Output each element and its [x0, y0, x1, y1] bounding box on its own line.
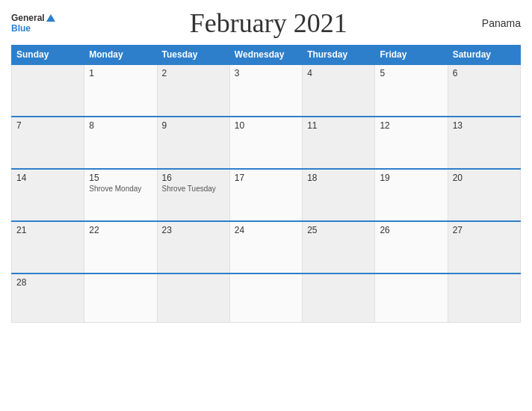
day-number: 13	[453, 120, 516, 131]
logo-general-text: General	[11, 13, 45, 23]
day-cell: 3	[229, 64, 302, 117]
day-cell: 10	[229, 117, 302, 169]
day-cell: 26	[375, 221, 448, 274]
day-number: 20	[453, 173, 516, 183]
day-number: 16	[162, 173, 225, 183]
day-cell: 24	[229, 221, 302, 274]
calendar-table: Sunday Monday Tuesday Wednesday Thursday…	[11, 45, 521, 323]
day-cell: 28	[12, 274, 84, 322]
day-cell: 14	[12, 169, 84, 221]
day-cell: 25	[303, 221, 375, 274]
header-wednesday: Wednesday	[229, 46, 302, 65]
day-cell	[375, 274, 448, 322]
day-number: 5	[380, 68, 442, 78]
day-cell: 13	[448, 117, 520, 169]
day-cell: 4	[303, 64, 375, 117]
day-cell	[12, 64, 84, 117]
day-cell: 18	[303, 169, 375, 221]
day-number: 17	[235, 173, 297, 183]
day-number: 27	[453, 225, 516, 235]
week-row-1: 123456	[12, 64, 521, 117]
week-row-2: 78910111213	[12, 117, 521, 169]
day-cell: 9	[157, 117, 229, 169]
day-number: 12	[380, 120, 442, 131]
day-cell: 5	[375, 64, 448, 117]
header-saturday: Saturday	[448, 46, 520, 65]
country-label: Panama	[482, 17, 521, 29]
day-number: 26	[380, 225, 442, 235]
day-number: 22	[89, 225, 152, 235]
header-friday: Friday	[375, 46, 448, 65]
day-number: 7	[16, 120, 79, 131]
day-number: 14	[16, 173, 79, 183]
day-cell: 6	[448, 64, 520, 117]
event-label: Shrove Monday	[89, 185, 152, 193]
day-number: 4	[307, 68, 370, 78]
day-number: 19	[380, 173, 442, 183]
day-cell	[84, 274, 157, 322]
day-cell: 11	[303, 117, 375, 169]
logo-blue-text: Blue	[11, 23, 55, 34]
calendar-title: February 2021	[190, 7, 347, 39]
day-number: 10	[235, 120, 297, 131]
day-cell: 16Shrove Tuesday	[157, 169, 229, 221]
day-cell	[303, 274, 375, 322]
day-cell: 19	[375, 169, 448, 221]
day-number: 28	[16, 277, 79, 288]
day-number: 3	[235, 68, 297, 78]
day-number: 24	[235, 225, 297, 235]
calendar-container: General Blue February 2021 Panama Sunday…	[0, 0, 532, 411]
day-cell: 17	[229, 169, 302, 221]
day-cell	[229, 274, 302, 322]
day-cell: 2	[157, 64, 229, 117]
week-row-3: 1415Shrove Monday16Shrove Tuesday1718192…	[12, 169, 521, 221]
day-number: 1	[89, 68, 152, 78]
day-cell: 27	[448, 221, 520, 274]
day-number: 15	[89, 173, 152, 183]
day-cell: 8	[84, 117, 157, 169]
logo-triangle-icon	[46, 14, 55, 22]
event-label: Shrove Tuesday	[162, 185, 225, 193]
day-number: 21	[16, 225, 79, 235]
day-cell	[448, 274, 520, 322]
day-cell: 22	[84, 221, 157, 274]
header-monday: Monday	[84, 46, 157, 65]
day-cell: 1	[84, 64, 157, 117]
week-row-5: 28	[12, 274, 521, 322]
day-cell: 21	[12, 221, 84, 274]
day-number: 23	[162, 225, 225, 235]
day-number: 11	[307, 120, 370, 131]
day-header-row: Sunday Monday Tuesday Wednesday Thursday…	[12, 46, 521, 65]
day-number: 25	[307, 225, 370, 235]
day-number: 6	[453, 68, 516, 78]
day-cell	[157, 274, 229, 322]
day-cell: 23	[157, 221, 229, 274]
week-row-4: 21222324252627	[12, 221, 521, 274]
calendar-header: General Blue February 2021 Panama	[11, 7, 521, 45]
day-cell: 12	[375, 117, 448, 169]
day-cell: 7	[12, 117, 84, 169]
day-number: 9	[162, 120, 225, 131]
header-tuesday: Tuesday	[157, 46, 229, 65]
header-thursday: Thursday	[303, 46, 375, 65]
day-number: 18	[307, 173, 370, 183]
day-cell: 20	[448, 169, 520, 221]
day-number: 2	[162, 68, 225, 78]
logo: General Blue	[11, 13, 55, 34]
day-number: 8	[89, 120, 152, 131]
header-sunday: Sunday	[12, 46, 84, 65]
day-cell: 15Shrove Monday	[84, 169, 157, 221]
